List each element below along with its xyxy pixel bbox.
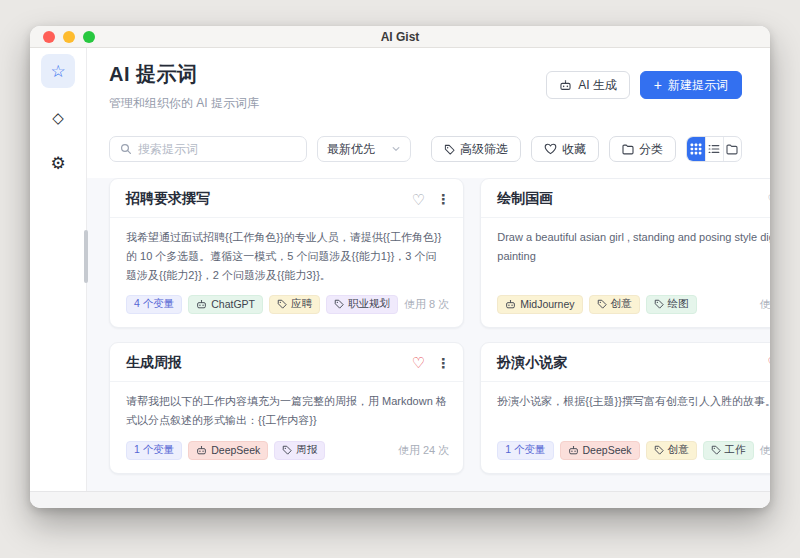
titlebar: AI Gist bbox=[30, 26, 770, 48]
favorite-heart-icon[interactable]: ♡ bbox=[412, 192, 425, 207]
usage-count: 使用 6 次 bbox=[760, 443, 770, 458]
folder-icon bbox=[726, 144, 738, 155]
robot-icon bbox=[196, 445, 207, 456]
card-actions: ♡ ⋮ bbox=[767, 192, 770, 207]
ai-generate-button[interactable]: AI 生成 bbox=[546, 71, 630, 99]
robot-icon bbox=[505, 299, 516, 310]
tag-icon bbox=[597, 299, 607, 309]
list-icon bbox=[708, 143, 720, 155]
search-input[interactable] bbox=[138, 142, 296, 156]
toolbar: 最新优先 高级筛选 收藏 bbox=[87, 112, 770, 162]
robot-icon bbox=[568, 445, 579, 456]
main-panel: AI 提示词 管理和组织你的 AI 提示词库 AI 生成 + 新建提示词 bbox=[87, 48, 770, 491]
new-prompt-button[interactable]: + 新建提示词 bbox=[640, 71, 742, 99]
tag-icon bbox=[277, 299, 287, 309]
card-footer: 1 个变量 DeepSeek 周报 使用 24 次 bbox=[110, 437, 463, 473]
sort-dropdown[interactable]: 最新优先 bbox=[317, 136, 411, 162]
sidebar-item-prompts[interactable]: ☆ bbox=[41, 54, 75, 88]
category-tag: 绘图 bbox=[646, 295, 697, 314]
close-window-button[interactable] bbox=[43, 31, 55, 43]
prompt-card[interactable]: 招聘要求撰写 ♡ ⋮ 我希望通过面试招聘{{工作角色}}的专业人员，请提供{{工… bbox=[109, 178, 464, 328]
plus-icon: + bbox=[654, 78, 662, 92]
card-header: 绘制国画 ♡ ⋮ bbox=[481, 179, 770, 218]
card-header: 招聘要求撰写 ♡ ⋮ bbox=[110, 179, 463, 218]
zoom-window-button[interactable] bbox=[83, 31, 95, 43]
diamond-icon: ◇ bbox=[52, 110, 64, 125]
scrollbar-thumb[interactable] bbox=[84, 230, 88, 283]
more-menu-icon[interactable]: ⋮ bbox=[436, 192, 450, 206]
list-view-button[interactable] bbox=[705, 137, 723, 161]
tag-icon bbox=[711, 445, 721, 455]
card-title: 生成周报 bbox=[126, 354, 182, 372]
card-footer: MidJourney 创意 绘图 使用 1 次 bbox=[481, 291, 770, 327]
more-menu-icon[interactable]: ⋮ bbox=[436, 356, 450, 370]
card-body: 扮演小说家，根据{{主题}}撰写富有创意引人入胜的故事。 bbox=[481, 382, 770, 437]
heart-icon bbox=[544, 143, 557, 155]
grid-icon bbox=[690, 143, 702, 155]
advanced-filter-label: 高级筛选 bbox=[460, 141, 508, 158]
page-title: AI 提示词 bbox=[109, 61, 259, 88]
new-prompt-label: 新建提示词 bbox=[668, 77, 728, 94]
categories-filter-button[interactable]: 分类 bbox=[609, 136, 676, 162]
variable-count-tag: 4 个变量 bbox=[126, 295, 182, 314]
favorite-heart-icon[interactable]: ♡ bbox=[767, 355, 770, 370]
model-tag: DeepSeek bbox=[188, 441, 268, 460]
model-tag: MidJourney bbox=[497, 295, 582, 314]
card-body: Draw a beautiful asian girl , standing a… bbox=[481, 218, 770, 291]
card-actions: ♡ ⋮ bbox=[767, 355, 770, 370]
card-actions: ♡ ⋮ bbox=[412, 355, 450, 370]
sidebar-item-settings[interactable]: ⚙ bbox=[41, 146, 75, 180]
model-tag: ChatGPT bbox=[188, 295, 263, 314]
card-actions: ♡ ⋮ bbox=[412, 192, 450, 207]
categories-filter-label: 分类 bbox=[639, 141, 663, 158]
chevron-down-icon bbox=[391, 144, 401, 154]
traffic-lights bbox=[43, 31, 95, 43]
category-tag: 工作 bbox=[703, 441, 754, 460]
robot-icon bbox=[196, 299, 207, 310]
page-header-text: AI 提示词 管理和组织你的 AI 提示词库 bbox=[109, 61, 259, 112]
cards-area: 招聘要求撰写 ♡ ⋮ 我希望通过面试招聘{{工作角色}}的专业人员，请提供{{工… bbox=[87, 178, 770, 491]
page-subtitle: 管理和组织你的 AI 提示词库 bbox=[109, 95, 259, 112]
prompt-card[interactable]: 生成周报 ♡ ⋮ 请帮我把以下的工作内容填充为一篇完整的周报，用 Markdow… bbox=[109, 342, 464, 474]
card-title: 扮演小说家 bbox=[497, 354, 567, 372]
usage-count: 使用 24 次 bbox=[398, 443, 449, 458]
card-body: 我希望通过面试招聘{{工作角色}}的专业人员，请提供{{工作角色}}的 10 个… bbox=[110, 218, 463, 291]
page-header: AI 提示词 管理和组织你的 AI 提示词库 AI 生成 + 新建提示词 bbox=[87, 48, 770, 112]
card-footer: 4 个变量 ChatGPT 应聘 职业规划 使用 8 次 bbox=[110, 291, 463, 327]
favorite-heart-icon[interactable]: ♡ bbox=[412, 355, 425, 370]
app-window: AI Gist ☆ ◇ ⚙ AI 提示词 管理和组织你的 AI 提示词库 bbox=[30, 26, 770, 508]
category-tag: 职业规划 bbox=[326, 295, 398, 314]
favorite-heart-icon[interactable]: ♡ bbox=[767, 192, 770, 207]
advanced-filter-button[interactable]: 高级筛选 bbox=[431, 136, 521, 162]
prompt-card[interactable]: 扮演小说家 ♡ ⋮ 扮演小说家，根据{{主题}}撰写富有创意引人入胜的故事。 1… bbox=[480, 342, 770, 474]
card-header: 扮演小说家 ♡ ⋮ bbox=[481, 343, 770, 382]
tag-icon bbox=[654, 299, 664, 309]
folder-view-button[interactable] bbox=[723, 137, 741, 161]
card-grid: 招聘要求撰写 ♡ ⋮ 我希望通过面试招聘{{工作角色}}的专业人员，请提供{{工… bbox=[109, 178, 742, 474]
sidebar: ☆ ◇ ⚙ bbox=[30, 48, 87, 491]
model-tag: DeepSeek bbox=[560, 441, 640, 460]
variable-count-tag: 1 个变量 bbox=[497, 441, 553, 460]
minimize-window-button[interactable] bbox=[63, 31, 75, 43]
star-icon: ☆ bbox=[50, 63, 65, 80]
category-tag: 周报 bbox=[274, 441, 325, 460]
gear-icon: ⚙ bbox=[50, 155, 65, 172]
sort-value: 最新优先 bbox=[327, 141, 375, 158]
tag-icon bbox=[654, 445, 664, 455]
variable-count-tag: 1 个变量 bbox=[126, 441, 182, 460]
ai-generate-label: AI 生成 bbox=[578, 77, 617, 94]
category-tag: 创意 bbox=[646, 441, 697, 460]
folder-icon bbox=[622, 144, 634, 155]
prompt-card[interactable]: 绘制国画 ♡ ⋮ Draw a beautiful asian girl , s… bbox=[480, 178, 770, 328]
favorites-filter-button[interactable]: 收藏 bbox=[531, 136, 599, 162]
search-box[interactable] bbox=[109, 136, 307, 162]
sidebar-item-library[interactable]: ◇ bbox=[41, 100, 75, 134]
card-header: 生成周报 ♡ ⋮ bbox=[110, 343, 463, 382]
category-tag: 应聘 bbox=[269, 295, 320, 314]
category-tag: 创意 bbox=[589, 295, 640, 314]
card-body: 请帮我把以下的工作内容填充为一篇完整的周报，用 Markdown 格式以分点叙述… bbox=[110, 382, 463, 437]
search-icon bbox=[120, 143, 132, 155]
header-actions: AI 生成 + 新建提示词 bbox=[546, 71, 742, 99]
card-title: 绘制国画 bbox=[497, 190, 553, 208]
grid-view-button[interactable] bbox=[687, 137, 705, 161]
